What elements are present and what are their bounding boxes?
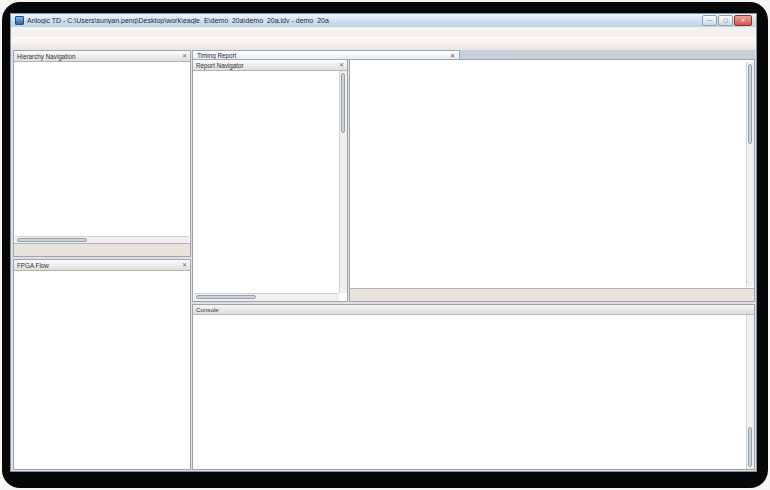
app-window: Anlogic TD - C:\Users\sunyan.peng\Deskto…	[10, 13, 757, 472]
title-bar: Anlogic TD - C:\Users\sunyan.peng\Deskto…	[11, 14, 756, 28]
panel-close-icon[interactable]: ✕	[182, 52, 187, 60]
console-output	[196, 315, 745, 469]
console-header: Console	[193, 305, 754, 315]
vertical-scrollbar[interactable]	[746, 62, 754, 287]
fpga-flow-panel: FPGA Flow ✕	[13, 259, 191, 470]
hierarchy-panel: Hierarchy Navigation ✕	[13, 50, 191, 257]
minimize-button[interactable]: —	[702, 15, 717, 26]
close-button[interactable]: ✕	[734, 15, 752, 26]
toolbar	[11, 37, 756, 51]
report-navigator-tree	[194, 71, 346, 286]
report-navigator-panel: Report Navigator ✕	[192, 59, 348, 302]
fpga-flow-header: FPGA Flow ✕	[14, 260, 190, 271]
console-title: Console	[196, 306, 219, 313]
window-controls: — ▢ ✕	[702, 15, 752, 26]
tab-close-icon[interactable]: ✕	[450, 52, 455, 59]
timing-report-panel	[349, 59, 755, 302]
vertical-scrollbar[interactable]	[746, 315, 754, 469]
report-navigator-title: Report Navigator	[196, 62, 244, 69]
fpga-flow-tree	[15, 271, 189, 468]
tab-label: Timing Report	[197, 52, 236, 59]
app-icon	[15, 16, 24, 25]
fpga-flow-title: FPGA Flow	[17, 262, 49, 269]
hierarchy-panel-title: Hierarchy Navigation	[17, 53, 75, 60]
console-panel: Console	[192, 304, 755, 470]
hierarchy-tree	[15, 62, 189, 240]
view-tabs	[350, 288, 754, 301]
maximize-button[interactable]: ▢	[718, 15, 733, 26]
screenshot-frame: Anlogic TD - C:\Users\sunyan.peng\Deskto…	[2, 2, 768, 488]
hierarchy-panel-tabs	[14, 243, 190, 256]
panel-close-icon[interactable]: ✕	[339, 61, 344, 69]
panel-close-icon[interactable]: ✕	[182, 261, 187, 269]
vertical-scrollbar[interactable]	[339, 71, 347, 293]
main-area: Hierarchy Navigation ✕ FPGA Flow ✕	[11, 50, 756, 471]
horizontal-scrollbar[interactable]	[194, 293, 339, 301]
tab-timing-report[interactable]: Timing Report ✕	[192, 50, 460, 59]
hierarchy-panel-header: Hierarchy Navigation ✕	[14, 51, 190, 62]
window-title: Anlogic TD - C:\Users\sunyan.peng\Deskto…	[27, 17, 699, 24]
report-navigator-header: Report Navigator ✕	[193, 60, 347, 71]
